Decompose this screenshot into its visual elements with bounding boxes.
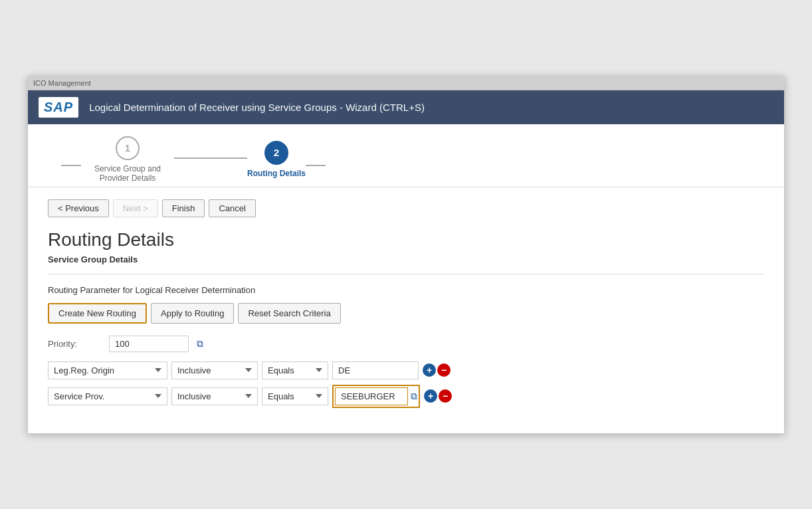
- sap-logo: SAP: [39, 97, 78, 118]
- step-1: 1 Service Group and Provider Details: [81, 136, 174, 183]
- field-select-2[interactable]: Service Prov. Leg.Reg. Origin Country Re…: [48, 387, 167, 405]
- routing-section-title: Routing Parameter for Logical Receiver D…: [48, 285, 764, 295]
- header-bar: SAP Logical Determination of Receiver us…: [28, 90, 784, 124]
- equals-select-2[interactable]: Equals Not Equals Contains: [262, 387, 328, 405]
- apply-to-routing-button[interactable]: Apply to Routing: [151, 303, 234, 324]
- step-line-end: [306, 165, 326, 166]
- inclusive-select-2[interactable]: Inclusive Exclusive: [171, 387, 258, 405]
- navigation-buttons: < Previous Next > Finish Cancel: [48, 199, 764, 217]
- divider-1: [48, 274, 764, 274]
- section-title: Service Group Details: [48, 255, 764, 264]
- step-2: 2 Routing Details: [247, 141, 306, 178]
- step-line-middle: [174, 157, 247, 159]
- step-2-label: Routing Details: [247, 169, 306, 178]
- main-content: < Previous Next > Finish Cancel Routing …: [28, 187, 784, 433]
- step-line-start: [61, 165, 81, 166]
- copy-icon-2[interactable]: ⧉: [411, 391, 417, 402]
- value-input-1[interactable]: [332, 361, 419, 379]
- plus-minus-1: + −: [423, 363, 451, 377]
- routing-row-1: Leg.Reg. Origin Service Prov. Country Re…: [48, 361, 764, 379]
- plus-button-2[interactable]: +: [424, 389, 437, 403]
- step-1-label: Service Group and Provider Details: [81, 164, 174, 183]
- wizard-steps: 1 Service Group and Provider Details 2 R…: [28, 124, 784, 187]
- highlighted-value-box: ⧉: [332, 385, 420, 408]
- priority-input[interactable]: [109, 336, 189, 352]
- create-new-routing-button[interactable]: Create New Routing: [48, 303, 147, 324]
- reset-search-criteria-button[interactable]: Reset Search Criteria: [238, 303, 340, 324]
- minus-button-1[interactable]: −: [437, 363, 451, 377]
- page-title: Routing Details: [48, 229, 764, 251]
- minus-button-2[interactable]: −: [439, 389, 452, 403]
- next-button[interactable]: Next >: [113, 199, 158, 217]
- previous-button[interactable]: < Previous: [48, 199, 109, 217]
- inclusive-select-1[interactable]: Inclusive Exclusive: [171, 361, 258, 379]
- equals-select-1[interactable]: Equals Not Equals Contains: [262, 361, 328, 379]
- priority-label: Priority:: [48, 339, 101, 349]
- priority-row: Priority: ⧉: [48, 336, 764, 352]
- action-buttons: Create New Routing Apply to Routing Rese…: [48, 303, 764, 324]
- plus-minus-2: + −: [424, 389, 452, 403]
- step-1-circle: 1: [116, 136, 140, 160]
- main-window: ICO Management SAP Logical Determination…: [27, 76, 785, 434]
- window-topbar: ICO Management: [28, 76, 784, 90]
- plus-button-1[interactable]: +: [423, 363, 436, 377]
- value-input-2[interactable]: [335, 387, 408, 405]
- finish-button[interactable]: Finish: [162, 199, 205, 217]
- step-2-circle: 2: [264, 141, 288, 165]
- copy-icon[interactable]: ⧉: [197, 338, 203, 350]
- routing-row-2: Service Prov. Leg.Reg. Origin Country Re…: [48, 385, 764, 408]
- header-title: Logical Determination of Receiver using …: [89, 102, 425, 113]
- cancel-button[interactable]: Cancel: [209, 199, 255, 217]
- topbar-label: ICO Management: [33, 79, 91, 87]
- field-select-1[interactable]: Leg.Reg. Origin Service Prov. Country Re…: [48, 361, 167, 379]
